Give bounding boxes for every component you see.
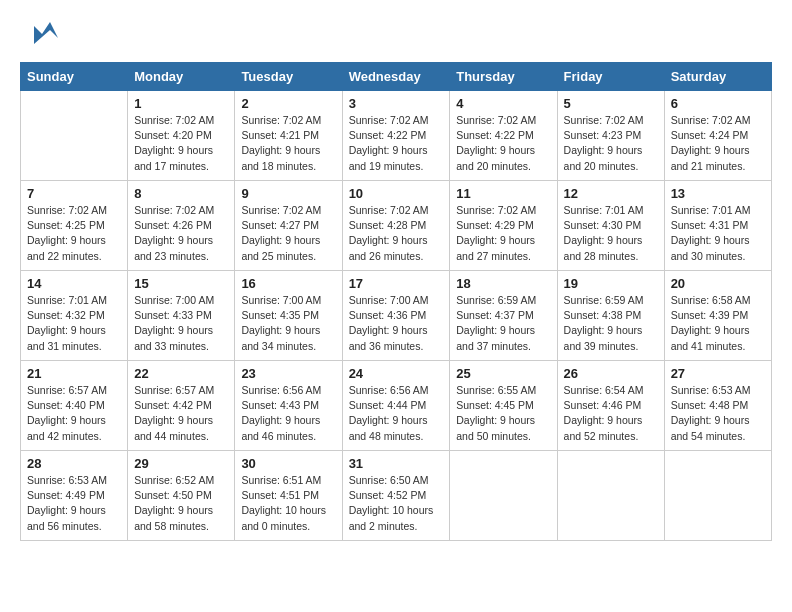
calendar-cell: 31Sunrise: 6:50 AMSunset: 4:52 PMDayligh… [342,451,450,541]
calendar-cell: 25Sunrise: 6:55 AMSunset: 4:45 PMDayligh… [450,361,557,451]
calendar-cell: 7Sunrise: 7:02 AMSunset: 4:25 PMDaylight… [21,181,128,271]
day-info: Sunrise: 7:02 AMSunset: 4:29 PMDaylight:… [456,203,550,264]
svg-marker-0 [34,22,58,44]
calendar-cell: 19Sunrise: 6:59 AMSunset: 4:38 PMDayligh… [557,271,664,361]
calendar-cell: 16Sunrise: 7:00 AMSunset: 4:35 PMDayligh… [235,271,342,361]
calendar-cell [450,451,557,541]
weekday-header-monday: Monday [128,63,235,91]
day-info: Sunrise: 6:56 AMSunset: 4:44 PMDaylight:… [349,383,444,444]
day-number: 21 [27,366,121,381]
day-number: 20 [671,276,765,291]
day-info: Sunrise: 6:53 AMSunset: 4:49 PMDaylight:… [27,473,121,534]
calendar-cell: 21Sunrise: 6:57 AMSunset: 4:40 PMDayligh… [21,361,128,451]
day-info: Sunrise: 6:55 AMSunset: 4:45 PMDaylight:… [456,383,550,444]
calendar-cell [21,91,128,181]
calendar-cell: 12Sunrise: 7:01 AMSunset: 4:30 PMDayligh… [557,181,664,271]
day-number: 16 [241,276,335,291]
calendar-cell: 20Sunrise: 6:58 AMSunset: 4:39 PMDayligh… [664,271,771,361]
weekday-header-row: SundayMondayTuesdayWednesdayThursdayFrid… [21,63,772,91]
day-number: 31 [349,456,444,471]
day-number: 2 [241,96,335,111]
day-info: Sunrise: 6:51 AMSunset: 4:51 PMDaylight:… [241,473,335,534]
calendar-cell: 14Sunrise: 7:01 AMSunset: 4:32 PMDayligh… [21,271,128,361]
day-number: 4 [456,96,550,111]
calendar-cell: 22Sunrise: 6:57 AMSunset: 4:42 PMDayligh… [128,361,235,451]
calendar-cell: 15Sunrise: 7:00 AMSunset: 4:33 PMDayligh… [128,271,235,361]
day-info: Sunrise: 7:01 AMSunset: 4:31 PMDaylight:… [671,203,765,264]
calendar-week-5: 28Sunrise: 6:53 AMSunset: 4:49 PMDayligh… [21,451,772,541]
day-number: 10 [349,186,444,201]
day-info: Sunrise: 7:01 AMSunset: 4:32 PMDaylight:… [27,293,121,354]
day-info: Sunrise: 7:02 AMSunset: 4:23 PMDaylight:… [564,113,658,174]
calendar-cell: 26Sunrise: 6:54 AMSunset: 4:46 PMDayligh… [557,361,664,451]
calendar-cell: 23Sunrise: 6:56 AMSunset: 4:43 PMDayligh… [235,361,342,451]
day-number: 3 [349,96,444,111]
calendar-cell: 13Sunrise: 7:01 AMSunset: 4:31 PMDayligh… [664,181,771,271]
day-number: 25 [456,366,550,381]
calendar-week-3: 14Sunrise: 7:01 AMSunset: 4:32 PMDayligh… [21,271,772,361]
calendar-cell: 17Sunrise: 7:00 AMSunset: 4:36 PMDayligh… [342,271,450,361]
calendar-cell [557,451,664,541]
day-info: Sunrise: 7:02 AMSunset: 4:21 PMDaylight:… [241,113,335,174]
day-info: Sunrise: 6:57 AMSunset: 4:42 PMDaylight:… [134,383,228,444]
day-info: Sunrise: 7:02 AMSunset: 4:28 PMDaylight:… [349,203,444,264]
day-info: Sunrise: 6:58 AMSunset: 4:39 PMDaylight:… [671,293,765,354]
day-info: Sunrise: 7:02 AMSunset: 4:26 PMDaylight:… [134,203,228,264]
calendar-cell: 2Sunrise: 7:02 AMSunset: 4:21 PMDaylight… [235,91,342,181]
logo [20,20,60,52]
calendar-table: SundayMondayTuesdayWednesdayThursdayFrid… [20,62,772,541]
calendar-cell: 9Sunrise: 7:02 AMSunset: 4:27 PMDaylight… [235,181,342,271]
day-info: Sunrise: 6:59 AMSunset: 4:38 PMDaylight:… [564,293,658,354]
day-info: Sunrise: 6:57 AMSunset: 4:40 PMDaylight:… [27,383,121,444]
weekday-header-friday: Friday [557,63,664,91]
day-number: 11 [456,186,550,201]
day-info: Sunrise: 7:00 AMSunset: 4:36 PMDaylight:… [349,293,444,354]
day-number: 9 [241,186,335,201]
day-number: 8 [134,186,228,201]
day-info: Sunrise: 7:02 AMSunset: 4:22 PMDaylight:… [456,113,550,174]
day-info: Sunrise: 6:50 AMSunset: 4:52 PMDaylight:… [349,473,444,534]
calendar-cell: 29Sunrise: 6:52 AMSunset: 4:50 PMDayligh… [128,451,235,541]
day-number: 1 [134,96,228,111]
day-info: Sunrise: 7:02 AMSunset: 4:20 PMDaylight:… [134,113,228,174]
calendar-cell: 6Sunrise: 7:02 AMSunset: 4:24 PMDaylight… [664,91,771,181]
calendar-cell: 3Sunrise: 7:02 AMSunset: 4:22 PMDaylight… [342,91,450,181]
calendar-cell: 8Sunrise: 7:02 AMSunset: 4:26 PMDaylight… [128,181,235,271]
day-number: 5 [564,96,658,111]
weekday-header-saturday: Saturday [664,63,771,91]
weekday-header-wednesday: Wednesday [342,63,450,91]
weekday-header-sunday: Sunday [21,63,128,91]
calendar-cell: 28Sunrise: 6:53 AMSunset: 4:49 PMDayligh… [21,451,128,541]
day-info: Sunrise: 6:59 AMSunset: 4:37 PMDaylight:… [456,293,550,354]
day-number: 18 [456,276,550,291]
day-number: 23 [241,366,335,381]
day-info: Sunrise: 7:00 AMSunset: 4:33 PMDaylight:… [134,293,228,354]
day-info: Sunrise: 7:02 AMSunset: 4:22 PMDaylight:… [349,113,444,174]
calendar-cell: 11Sunrise: 7:02 AMSunset: 4:29 PMDayligh… [450,181,557,271]
calendar-cell [664,451,771,541]
day-number: 6 [671,96,765,111]
logo-icon [24,16,60,52]
calendar-cell: 1Sunrise: 7:02 AMSunset: 4:20 PMDaylight… [128,91,235,181]
calendar-cell: 18Sunrise: 6:59 AMSunset: 4:37 PMDayligh… [450,271,557,361]
calendar-week-1: 1Sunrise: 7:02 AMSunset: 4:20 PMDaylight… [21,91,772,181]
calendar-week-4: 21Sunrise: 6:57 AMSunset: 4:40 PMDayligh… [21,361,772,451]
day-number: 12 [564,186,658,201]
calendar-cell: 30Sunrise: 6:51 AMSunset: 4:51 PMDayligh… [235,451,342,541]
day-info: Sunrise: 6:52 AMSunset: 4:50 PMDaylight:… [134,473,228,534]
day-info: Sunrise: 7:02 AMSunset: 4:25 PMDaylight:… [27,203,121,264]
day-info: Sunrise: 6:53 AMSunset: 4:48 PMDaylight:… [671,383,765,444]
day-number: 30 [241,456,335,471]
weekday-header-thursday: Thursday [450,63,557,91]
day-number: 22 [134,366,228,381]
day-number: 29 [134,456,228,471]
day-info: Sunrise: 7:02 AMSunset: 4:24 PMDaylight:… [671,113,765,174]
day-number: 7 [27,186,121,201]
day-number: 26 [564,366,658,381]
calendar-cell: 5Sunrise: 7:02 AMSunset: 4:23 PMDaylight… [557,91,664,181]
day-number: 14 [27,276,121,291]
weekday-header-tuesday: Tuesday [235,63,342,91]
page-header [20,20,772,52]
calendar-cell: 10Sunrise: 7:02 AMSunset: 4:28 PMDayligh… [342,181,450,271]
day-info: Sunrise: 6:56 AMSunset: 4:43 PMDaylight:… [241,383,335,444]
